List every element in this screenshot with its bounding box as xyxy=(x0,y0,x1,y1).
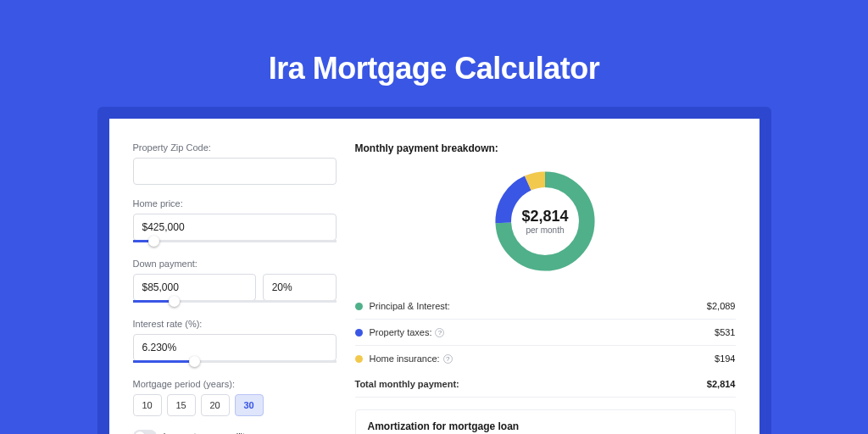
donut-center: $2,814 per month xyxy=(490,208,600,235)
legend-value: $194 xyxy=(715,353,735,364)
interest-slider[interactable] xyxy=(133,360,337,365)
donut-sub: per month xyxy=(490,225,600,235)
down-payment-amount-input[interactable] xyxy=(133,274,256,301)
down-payment-slider[interactable] xyxy=(133,300,337,305)
amortization-box: Amortization for mortgage loan Amortizat… xyxy=(355,409,736,434)
breakdown-column: Monthly payment breakdown: $2,814 per mo… xyxy=(355,142,736,434)
legend-row: Principal & Interest:$2,089 xyxy=(355,293,736,320)
legend-value: $2,089 xyxy=(707,301,736,311)
legend-value: $531 xyxy=(715,327,735,337)
info-icon[interactable]: ? xyxy=(435,328,444,337)
donut-chart: $2,814 per month xyxy=(490,166,600,276)
down-payment-percent-input[interactable] xyxy=(263,274,337,301)
home-price-input[interactable] xyxy=(133,214,337,241)
slider-fill xyxy=(133,360,194,363)
down-payment-label: Down payment: xyxy=(133,259,337,269)
zip-field-block: Property Zip Code: xyxy=(133,142,337,185)
period-field-block: Mortgage period (years): 10152030 xyxy=(133,379,337,416)
legend-row: Property taxes:?$531 xyxy=(355,320,736,346)
amortization-title: Amortization for mortgage loan xyxy=(368,420,723,432)
legend-label: Home insurance:? xyxy=(370,353,453,364)
home-price-field-block: Home price: xyxy=(133,198,337,245)
slider-fill xyxy=(133,300,174,303)
down-payment-field-block: Down payment: xyxy=(133,259,337,305)
calculator-card: Property Zip Code: Home price: Down paym… xyxy=(109,119,760,434)
period-options: 10152030 xyxy=(133,394,337,416)
legend-total-label: Total monthly payment: xyxy=(355,379,459,389)
slider-thumb[interactable] xyxy=(169,296,180,307)
interest-input[interactable] xyxy=(133,334,337,361)
zip-label: Property Zip Code: xyxy=(133,142,337,153)
veteran-toggle-row: I am veteran or military xyxy=(133,430,337,434)
breakdown-title: Monthly payment breakdown: xyxy=(355,142,736,154)
legend-row: Home insurance:?$194 xyxy=(355,346,736,371)
legend-dot xyxy=(355,303,363,310)
legend-label: Principal & Interest: xyxy=(370,301,450,311)
slider-track xyxy=(133,240,337,242)
legend-total-row: Total monthly payment: $2,814 xyxy=(355,371,736,398)
interest-field-block: Interest rate (%): xyxy=(133,319,337,365)
page-title: Ira Mortgage Calculator xyxy=(0,51,868,86)
donut-amount: $2,814 xyxy=(490,208,600,225)
period-option-10[interactable]: 10 xyxy=(133,394,162,416)
zip-input[interactable] xyxy=(133,158,337,185)
interest-label: Interest rate (%): xyxy=(133,319,337,329)
legend-dot xyxy=(355,355,363,363)
donut-wrap: $2,814 per month xyxy=(355,166,736,276)
home-price-label: Home price: xyxy=(133,198,337,209)
legend: Principal & Interest:$2,089Property taxe… xyxy=(355,293,736,371)
period-option-20[interactable]: 20 xyxy=(201,394,230,416)
form-column: Property Zip Code: Home price: Down paym… xyxy=(133,142,337,434)
period-label: Mortgage period (years): xyxy=(133,379,337,389)
period-option-30[interactable]: 30 xyxy=(235,394,264,416)
legend-dot xyxy=(355,329,363,337)
slider-thumb[interactable] xyxy=(189,356,200,367)
legend-label: Property taxes:? xyxy=(370,327,445,337)
legend-total-value: $2,814 xyxy=(707,379,736,389)
card-backdrop: Property Zip Code: Home price: Down paym… xyxy=(97,107,771,434)
slider-thumb[interactable] xyxy=(148,236,159,247)
period-option-15[interactable]: 15 xyxy=(167,394,196,416)
veteran-toggle[interactable] xyxy=(133,430,157,434)
home-price-slider[interactable] xyxy=(133,240,337,245)
info-icon[interactable]: ? xyxy=(443,354,453,364)
